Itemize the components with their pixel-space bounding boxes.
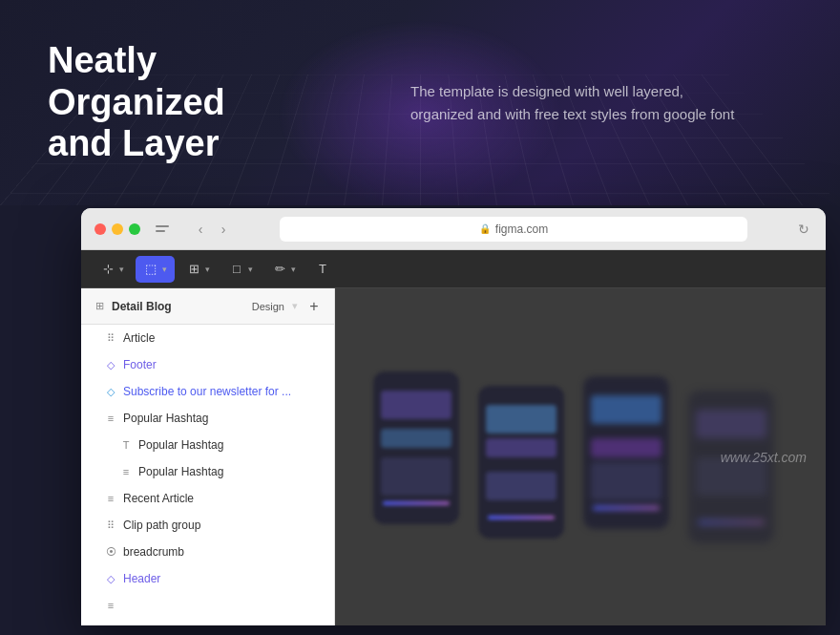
layer-item-clip-path[interactable]: ⠿ Clip path group xyxy=(81,512,334,539)
unknown-icon: ≡ xyxy=(104,599,117,612)
layer-item-subscribe[interactable]: ◇ Subscribe to our newsletter for ... xyxy=(81,378,334,405)
tool-frame[interactable]: ⬚ ▾ xyxy=(136,256,175,283)
article-icon: ⠿ xyxy=(104,331,117,345)
panel-actions: Design ▾ + xyxy=(252,298,323,315)
tool-move[interactable]: ⊹ ▾ xyxy=(93,256,132,283)
panel-header: ⊞ Detail Blog Design ▾ + xyxy=(81,288,334,325)
layer-item-article[interactable]: ⠿ Article xyxy=(81,325,334,351)
phone-frame-2 xyxy=(478,386,564,539)
canvas-area[interactable]: www.25xt.com xyxy=(335,288,826,625)
layer-item-title-desc[interactable]: ≡ Title & Desc xyxy=(81,619,334,625)
recent-article-icon: ≡ xyxy=(104,492,117,505)
phone-frame-4 xyxy=(688,391,774,543)
layer-name-popular-hashtag-2: Popular Hashtag xyxy=(138,465,326,478)
layer-name-clip-path: Clip path group xyxy=(123,519,326,532)
layer-name-article: Article xyxy=(123,331,326,345)
canvas-watermark: www.25xt.com xyxy=(721,450,807,465)
popular-hashtag-group-icon: ≡ xyxy=(104,412,117,425)
clip-path-icon: ⠿ xyxy=(104,519,117,532)
design-tab[interactable]: Design xyxy=(252,301,284,312)
pen-icon: ✏ xyxy=(272,262,287,277)
forward-button[interactable]: › xyxy=(215,221,232,238)
lock-icon: 🔒 xyxy=(479,223,491,234)
browser-window: ‹ › 🔒 figma.com ↻ ⊹ ▾ ⬚ ▾ ⊞ ▾ □ ▾ ✏ ▾ xyxy=(81,208,826,625)
layer-name-breadcrumb: breadcrumb xyxy=(123,545,326,559)
panel-icon: ⊞ xyxy=(93,300,106,313)
chevron-icon: ▾ xyxy=(292,300,298,312)
hero-title: Neatly Organized and Layer xyxy=(48,40,334,165)
panel-title: Detail Blog xyxy=(112,300,172,313)
layers-panel: ⊞ Detail Blog Design ▾ + ⠿ Article ◇ Foo… xyxy=(81,288,335,625)
move-icon: ⊹ xyxy=(100,262,116,277)
panel-title-row: ⊞ Detail Blog xyxy=(93,300,172,313)
close-button[interactable] xyxy=(94,223,106,235)
layer-name-popular-hashtag-group: Popular Hashtag xyxy=(123,412,326,425)
browser-nav: ‹ › xyxy=(192,221,232,238)
layer-name-recent-article: Recent Article xyxy=(123,492,326,505)
sidebar-toggle-icon[interactable] xyxy=(156,222,175,237)
frame-icon: ⬚ xyxy=(143,262,158,277)
back-button[interactable]: ‹ xyxy=(192,221,209,238)
footer-icon: ◇ xyxy=(104,358,117,371)
layer-item-recent-article[interactable]: ≡ Recent Article xyxy=(81,485,334,512)
traffic-lights xyxy=(94,223,140,235)
layer-name-footer: Footer xyxy=(123,358,326,371)
tool-grid[interactable]: ⊞ ▾ xyxy=(178,256,218,283)
tool-text[interactable]: T xyxy=(307,256,338,283)
refresh-button[interactable]: ↻ xyxy=(795,221,812,238)
breadcrumb-icon: ⦿ xyxy=(104,545,117,559)
subscribe-icon: ◇ xyxy=(104,385,117,398)
layer-name-popular-hashtag-1: Popular Hashtag xyxy=(138,438,326,452)
address-bar[interactable]: 🔒 figma.com xyxy=(280,217,747,242)
layer-name-header: Header xyxy=(123,572,326,585)
shape-icon: □ xyxy=(229,262,244,277)
tool-pen[interactable]: ✏ ▾ xyxy=(264,256,304,283)
popular-hashtag-2-icon: ≡ xyxy=(119,465,133,478)
layer-item-unknown[interactable]: ≡ xyxy=(81,592,334,619)
minimize-button[interactable] xyxy=(112,223,123,235)
figma-toolbar: ⊹ ▾ ⬚ ▾ ⊞ ▾ □ ▾ ✏ ▾ T xyxy=(81,250,826,288)
browser-chrome: ‹ › 🔒 figma.com ↻ xyxy=(81,208,826,250)
url-text: figma.com xyxy=(495,222,548,236)
phone-frame-1 xyxy=(373,371,459,524)
tool-shape[interactable]: □ ▾ xyxy=(221,256,261,283)
layer-item-footer[interactable]: ◇ Footer xyxy=(81,351,334,378)
layer-item-popular-hashtag-group[interactable]: ≡ Popular Hashtag xyxy=(81,405,334,432)
layer-item-popular-hashtag-2[interactable]: ≡ Popular Hashtag xyxy=(81,458,334,485)
layer-item-header[interactable]: ◇ Header xyxy=(81,565,334,592)
popular-hashtag-1-icon: T xyxy=(119,438,133,452)
grid-icon: ⊞ xyxy=(186,262,201,277)
phone-frame-3 xyxy=(583,376,669,529)
hero-description: The template is designed with well layer… xyxy=(410,80,735,126)
text-icon: T xyxy=(315,262,330,277)
main-content: ⊞ Detail Blog Design ▾ + ⠿ Article ◇ Foo… xyxy=(81,288,826,625)
phone-frames xyxy=(373,371,774,543)
layer-item-breadcrumb[interactable]: ⦿ breadcrumb xyxy=(81,539,334,565)
header-icon: ◇ xyxy=(104,572,117,585)
layer-name-subscribe: Subscribe to our newsletter for ... xyxy=(123,385,326,398)
hero-content: Neatly Organized and Layer The template … xyxy=(0,0,840,205)
maximize-button[interactable] xyxy=(129,223,140,235)
add-layer-button[interactable]: + xyxy=(305,298,323,315)
layer-item-popular-hashtag-1[interactable]: T Popular Hashtag xyxy=(81,432,334,458)
